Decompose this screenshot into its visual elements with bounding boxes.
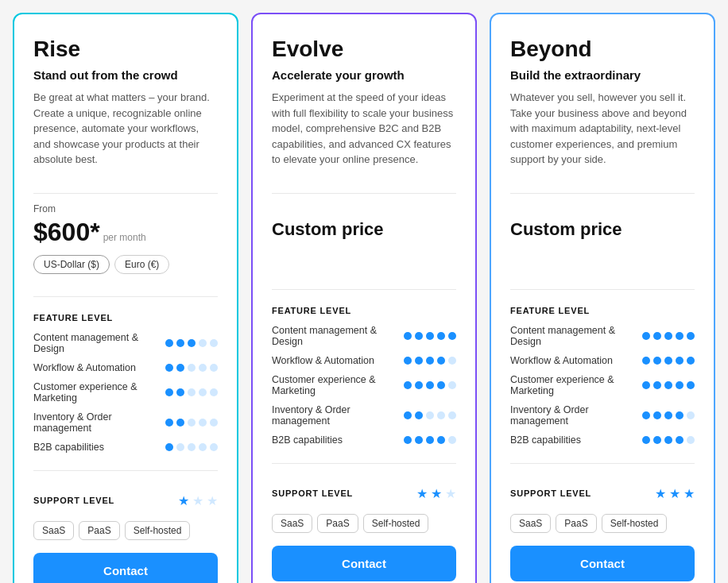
feature-level-label: FEATURE LEVEL [510, 306, 695, 315]
feature-dots [404, 357, 456, 365]
feature-dots [642, 332, 695, 340]
dot-filled [404, 332, 412, 340]
feature-dots [642, 357, 695, 365]
feature-dots [165, 388, 218, 396]
star-empty: ★ [445, 486, 456, 501]
dot-filled [426, 436, 434, 444]
divider [33, 296, 218, 297]
feature-dots [642, 436, 695, 444]
dot-filled [415, 436, 423, 444]
dot-filled [687, 357, 695, 365]
feature-dots [165, 364, 218, 372]
beyond-subtitle: Build the extraordinary [510, 68, 695, 82]
card-evolve: EvolveAccelerate your growthExperiment a… [251, 13, 477, 583]
dot-filled [664, 381, 672, 389]
star-filled: ★ [178, 493, 189, 508]
price-custom: Custom price [272, 203, 456, 240]
feature-name: Workflow & Automation [272, 355, 374, 366]
feature-row: Customer experience & Marketing [510, 374, 695, 396]
dot-filled [437, 436, 445, 444]
support-level-label: SUPPORT LEVEL [510, 488, 591, 498]
support-stars: ★★★ [178, 493, 218, 508]
dot-filled [653, 411, 661, 419]
feature-name: Content management & Design [33, 332, 165, 354]
hosting-tags: SaaSPaaSSelf-hosted [272, 514, 456, 533]
feature-row: Customer experience & Marketing [272, 374, 456, 396]
support-level-label: SUPPORT LEVEL [272, 488, 353, 498]
dot-filled [642, 332, 650, 340]
dot-filled [165, 364, 173, 372]
feature-name: B2B capabilities [272, 434, 343, 446]
dot-filled [404, 381, 412, 389]
beyond-support-section: SUPPORT LEVEL★★★ [510, 486, 695, 501]
dot-filled [642, 381, 650, 389]
rise-support-section: SUPPORT LEVEL★★★ [33, 493, 218, 508]
dot-filled [676, 357, 683, 365]
dot-empty [448, 357, 456, 365]
dot-filled [653, 381, 661, 389]
dot-filled [664, 357, 672, 365]
feature-level-label: FEATURE LEVEL [33, 313, 218, 322]
feature-row: Workflow & Automation [272, 355, 456, 366]
dot-empty [199, 388, 207, 396]
hosting-tags: SaaSPaaSSelf-hosted [510, 514, 695, 533]
dot-filled [176, 419, 184, 427]
feature-name: Inventory & Order management [33, 411, 165, 434]
star-filled: ★ [431, 486, 442, 501]
hosting-tag-self-hosted: Self-hosted [125, 521, 191, 540]
beyond-description: Whatever you sell, however you sell it. … [510, 90, 695, 168]
dot-filled [404, 411, 412, 419]
star-filled: ★ [655, 486, 666, 501]
feature-dots [165, 419, 218, 427]
evolve-price-section: Custom price [272, 203, 456, 267]
currency-btn-1[interactable]: Euro (€) [114, 255, 169, 274]
hosting-tag-saas: SaaS [272, 514, 312, 533]
feature-dots [165, 443, 218, 451]
divider [510, 463, 695, 464]
currency-btn-0[interactable]: US-Dollar ($) [33, 255, 110, 274]
dot-filled [437, 381, 445, 389]
dot-empty [199, 443, 207, 451]
evolve-description: Experiment at the speed of your ideas wi… [272, 90, 456, 168]
beyond-title: Beyond [510, 37, 695, 62]
divider [33, 193, 218, 194]
dot-filled [653, 332, 661, 340]
feature-name: Customer experience & Marketing [272, 374, 404, 396]
dot-filled [664, 436, 672, 444]
divider [510, 289, 695, 290]
evolve-contact-button[interactable]: Contact [272, 546, 456, 581]
evolve-support-section: SUPPORT LEVEL★★★ [272, 486, 456, 501]
dot-filled [404, 357, 412, 365]
feature-name: Inventory & Order management [272, 404, 404, 427]
feature-dots [642, 411, 695, 419]
feature-name: Workflow & Automation [510, 355, 613, 366]
dot-empty [188, 419, 196, 427]
hosting-tag-paas: PaaS [79, 521, 119, 540]
currency-toggles: US-Dollar ($)Euro (€) [33, 255, 218, 274]
hosting-tags: SaaSPaaSSelf-hosted [33, 521, 218, 540]
feature-name: Customer experience & Marketing [33, 381, 165, 403]
dot-empty [210, 339, 218, 347]
beyond-contact-button[interactable]: Contact [510, 546, 695, 581]
feature-row: Content management & Design [510, 325, 695, 347]
dot-filled [165, 339, 173, 347]
feature-dots [404, 381, 456, 389]
star-filled: ★ [669, 486, 680, 501]
dot-empty [188, 364, 196, 372]
rise-feature-section: FEATURE LEVELContent management & Design… [33, 313, 218, 461]
hosting-tag-paas: PaaS [556, 514, 596, 533]
dot-empty [448, 381, 456, 389]
dot-filled [415, 357, 423, 365]
evolve-subtitle: Accelerate your growth [272, 68, 456, 82]
feature-dots [642, 381, 695, 389]
dot-empty [448, 411, 456, 419]
star-empty: ★ [207, 493, 218, 508]
rise-contact-button[interactable]: Contact [33, 553, 218, 584]
hosting-tag-self-hosted: Self-hosted [602, 514, 668, 533]
feature-level-label: FEATURE LEVEL [272, 306, 456, 315]
feature-row: Inventory & Order management [33, 411, 218, 434]
dot-filled [165, 419, 173, 427]
hosting-tag-saas: SaaS [510, 514, 551, 533]
dot-filled [676, 332, 683, 340]
card-rise: RiseStand out from the crowdBe great at … [13, 13, 238, 583]
